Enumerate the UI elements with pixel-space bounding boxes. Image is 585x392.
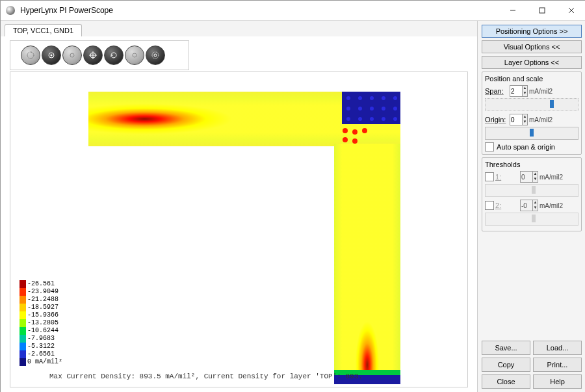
svg-point-21	[393, 96, 397, 100]
origin-stepper[interactable]: ▲▼	[510, 114, 528, 125]
svg-point-18	[358, 96, 362, 100]
auto-span-checkbox[interactable]	[485, 142, 494, 151]
thresholds-group: Thresholds 1: ▲▼ mA/mil2 2: ▲▼ mA/mil2	[482, 157, 582, 231]
status-line: Max Current Density: 893.5 mA/mil², Curr…	[49, 372, 363, 380]
svg-point-31	[393, 117, 397, 121]
svg-point-12	[152, 52, 159, 59]
minimize-button[interactable]	[498, 1, 527, 20]
refresh-icon[interactable]	[104, 46, 124, 65]
close-window-button[interactable]	[556, 1, 585, 20]
threshold1-label: 1:	[495, 173, 519, 181]
threshold1-checkbox[interactable]	[485, 172, 494, 181]
threshold2-slider[interactable]	[485, 213, 578, 226]
svg-point-4	[27, 52, 34, 59]
svg-point-34	[362, 128, 367, 133]
visual-options-button[interactable]: Visual Options <<	[482, 40, 582, 53]
zoom-area-icon[interactable]	[21, 46, 40, 65]
save-button[interactable]: Save...	[482, 341, 530, 355]
positioning-options-button[interactable]: Positioning Options >>	[482, 25, 582, 38]
svg-point-13	[154, 54, 157, 57]
position-scale-group: Position and scale Span: ▲▼ mA/mil2 Orig…	[482, 72, 582, 155]
threshold2-label: 2:	[495, 202, 519, 209]
app-window: HyperLynx PI PowerScope TOP, VCC1, GND1	[0, 0, 585, 392]
maximize-button[interactable]	[527, 1, 556, 20]
tab-row: TOP, VCC1, GND1	[1, 21, 477, 36]
titlebar: HyperLynx PI PowerScope	[1, 1, 585, 21]
span-stepper[interactable]: ▲▼	[510, 85, 528, 97]
svg-point-24	[370, 107, 374, 111]
threshold2-stepper[interactable]: ▲▼	[520, 200, 538, 211]
svg-point-35	[343, 137, 348, 142]
svg-point-33	[352, 129, 358, 135]
svg-point-23	[358, 107, 362, 111]
heatmap-vertical-trace	[334, 144, 400, 384]
copy-button[interactable]: Copy	[482, 358, 530, 372]
close-button[interactable]: Close	[482, 374, 530, 389]
svg-point-22	[346, 107, 350, 111]
heatmap-horizontal-trace	[88, 92, 400, 146]
svg-point-29	[370, 117, 374, 121]
svg-point-19	[370, 96, 374, 100]
threshold1-slider[interactable]	[485, 184, 578, 197]
svg-point-30	[382, 117, 385, 121]
svg-point-36	[352, 138, 358, 144]
load-button[interactable]: Load...	[533, 341, 582, 355]
position-scale-title: Position and scale	[485, 75, 578, 83]
help-button[interactable]: Help	[533, 374, 582, 389]
threshold2-checkbox[interactable]	[485, 201, 494, 210]
window-title: HyperLynx PI PowerScope	[20, 6, 498, 15]
svg-point-17	[346, 96, 350, 100]
layer-options-button[interactable]: Layer Options <<	[482, 56, 582, 69]
svg-point-11	[133, 53, 136, 57]
thresholds-title: Thresholds	[485, 161, 578, 168]
svg-point-6	[51, 55, 53, 57]
density-plot[interactable]: -26.561 -23.9049 -21.2488 -18.5927 -15.9…	[10, 72, 468, 387]
origin-label: Origin:	[485, 116, 508, 124]
svg-point-28	[358, 117, 362, 121]
zoom-fit-icon[interactable]	[42, 46, 61, 65]
color-legend: -26.561 -23.9049 -21.2488 -18.5927 -15.9…	[20, 280, 62, 366]
svg-point-7	[70, 53, 74, 57]
reset-icon[interactable]	[125, 46, 144, 65]
span-label: Span:	[485, 87, 508, 95]
view-toolbar	[10, 40, 189, 70]
svg-rect-1	[540, 8, 545, 13]
tab-top-vcc1-gnd1[interactable]: TOP, VCC1, GND1	[5, 24, 82, 36]
action-buttons: Save... Load... Copy Print... Close Help	[482, 341, 582, 389]
svg-point-27	[346, 117, 350, 121]
chevron-down-icon: ▼	[523, 120, 527, 125]
target-icon[interactable]	[146, 46, 165, 65]
pan-icon[interactable]	[62, 46, 82, 65]
app-icon	[6, 6, 15, 15]
svg-point-32	[343, 128, 348, 133]
span-slider[interactable]	[485, 98, 578, 111]
chevron-up-icon: ▲	[523, 114, 527, 120]
svg-point-25	[382, 107, 385, 111]
threshold1-stepper[interactable]: ▲▼	[520, 171, 538, 183]
crosshair-icon[interactable]	[83, 46, 103, 65]
print-button[interactable]: Print...	[533, 358, 582, 372]
svg-point-26	[393, 107, 397, 111]
chevron-up-icon: ▲	[523, 86, 527, 91]
options-panel: Positioning Options >> Visual Options <<…	[478, 21, 585, 392]
svg-point-20	[382, 96, 385, 100]
origin-slider[interactable]	[485, 127, 578, 140]
chevron-down-icon: ▼	[523, 91, 527, 96]
svg-rect-38	[334, 144, 400, 384]
